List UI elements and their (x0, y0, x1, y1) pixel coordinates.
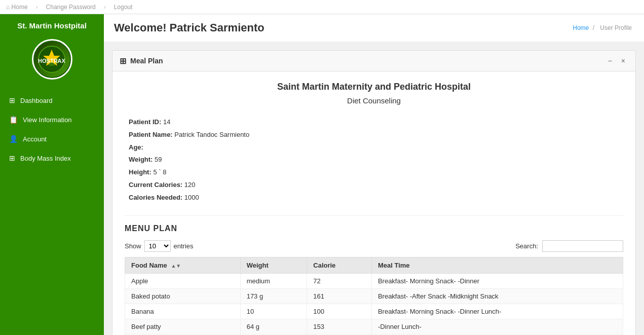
sidebar-item-label-bmi: Body Mass Index (20, 155, 71, 162)
sort-icon-food[interactable]: ▲▼ (171, 263, 181, 269)
page-title: Welcome! Patrick Sarmiento (114, 21, 264, 34)
cell-weight: 10 (240, 304, 307, 319)
search-control: Search: (515, 240, 623, 252)
menu-plan-title: MENU PLAN (125, 224, 623, 233)
show-label: Show (125, 242, 141, 250)
patient-name-row: Patient Name: Patrick Tandoc Sarmiento (129, 130, 619, 140)
search-input[interactable] (542, 240, 623, 252)
divider (125, 215, 623, 216)
patient-info: Patient ID: 14 Patient Name: Patrick Tan… (125, 117, 623, 203)
account-icon: 👤 (9, 135, 18, 143)
sidebar-item-account[interactable]: 👤 Account (0, 129, 104, 148)
sidebar-logo: HOSTRAX (32, 39, 72, 80)
patient-id-label: Patient ID: (129, 118, 161, 126)
col-weight: Weight (240, 257, 307, 273)
table-row: Banana10100Breakfast- Morning Snack- -Di… (125, 304, 623, 319)
cell-calorie: 72 (307, 273, 372, 288)
hospital-name: Saint Martin Maternity and Pediatric Hos… (125, 82, 623, 92)
col-calorie: Calorie (307, 257, 372, 273)
table-controls: Show 10 25 50 100 entries Search: (125, 240, 623, 252)
sidebar-item-label-account: Account (23, 135, 47, 143)
panel-minimize-button[interactable]: − (605, 56, 615, 66)
entries-label: entries (174, 242, 194, 250)
content-header: Welcome! Patrick Sarmiento Home / User P… (104, 14, 644, 42)
cell-weight: 64 g (240, 319, 307, 334)
meal-plan-panel: ⊞ Meal Plan − × Saint Martin Maternity a… (112, 50, 636, 335)
cell-calorie: 100 (307, 304, 372, 319)
patient-id-value: 14 (163, 118, 170, 126)
cell-food_name: Apple (125, 273, 241, 288)
information-icon: 📋 (9, 116, 18, 124)
nav-home[interactable]: ⌂ Home (6, 4, 28, 11)
sidebar: St. Martin Hostpital HOSTRAX ⊞ Dashboard… (0, 14, 104, 335)
sidebar-item-view-information[interactable]: 📋 View Information (0, 110, 104, 129)
patient-current-calories-row: Current Calories: 120 (129, 180, 619, 191)
sidebar-title: St. Martin Hostpital (0, 14, 104, 35)
grid-icon: ⊞ (120, 56, 126, 66)
sidebar-item-label-information: View Information (23, 116, 72, 124)
breadcrumb-separator: / (593, 24, 594, 31)
table-row: Applemedium72Breakfast- Morning Snack- -… (125, 273, 623, 288)
patient-calories-needed-row: Calories Needed: 1000 (129, 193, 619, 203)
cell-weight: medium (240, 273, 307, 288)
main-content: Welcome! Patrick Sarmiento Home / User P… (104, 14, 644, 335)
breadcrumb: Home / User Profile (573, 24, 634, 31)
panel-close-button[interactable]: × (618, 56, 628, 66)
patient-weight-value: 59 (155, 156, 162, 163)
panel-actions: − × (605, 56, 628, 66)
logo-image: HOSTRAX (34, 42, 70, 77)
cell-food_name: Banana (125, 304, 241, 319)
patient-calories-needed-label: Calories Needed: (129, 194, 182, 201)
patient-height-value: 5 ` 8 (153, 168, 166, 176)
panel-title: ⊞ Meal Plan (120, 56, 163, 66)
nav-logout[interactable]: Logout (114, 4, 133, 11)
show-entries-control: Show 10 25 50 100 entries (125, 240, 194, 252)
table-row: Baked potato173 g161Breakfast- -After Sn… (125, 288, 623, 304)
breadcrumb-current: User Profile (600, 24, 632, 31)
cell-meal_time: Breakfast- Morning Snack- -Dinner (371, 273, 623, 288)
cell-food_name: Beef patty (125, 319, 241, 334)
patient-age-label: Age: (129, 143, 143, 151)
patient-weight-row: Weight: 59 (129, 155, 619, 165)
cell-calorie: 161 (307, 288, 372, 304)
patient-name-value: Patrick Tandoc Sarmiento (174, 131, 249, 138)
sidebar-item-label-dashboard: Dashboard (20, 97, 53, 104)
sidebar-navigation: ⊞ Dashboard 📋 View Information 👤 Account… (0, 91, 104, 168)
patient-weight-label: Weight: (129, 156, 153, 163)
sidebar-item-body-mass-index[interactable]: ⊞ Body Mass Index (0, 148, 104, 168)
search-label: Search: (515, 242, 538, 250)
bmi-icon: ⊞ (9, 154, 15, 162)
nav-change-password[interactable]: Change Password (46, 4, 96, 11)
entries-select[interactable]: 10 25 50 100 (144, 240, 171, 252)
cell-food_name: Baked potato (125, 288, 241, 304)
table-row: Beef patty64 g153-Dinner Lunch- (125, 319, 623, 334)
cell-meal_time: -Dinner Lunch- (371, 319, 623, 334)
cell-calorie: 153 (307, 319, 372, 334)
patient-height-row: Height: 5 ` 8 (129, 167, 619, 178)
patient-height-label: Height: (129, 168, 151, 176)
dashboard-icon: ⊞ (9, 96, 15, 104)
patient-current-calories-value: 120 (184, 181, 196, 189)
diet-subtitle: Diet Counseling (125, 96, 623, 105)
cell-meal_time: Breakfast- Morning Snack- -Dinner Lunch- (371, 304, 623, 319)
sidebar-item-dashboard[interactable]: ⊞ Dashboard (0, 91, 104, 110)
cell-meal_time: Breakfast- -After Snack -Midknight Snack (371, 288, 623, 304)
table-header-row: Food Name ▲▼ Weight Calorie Meal Time (125, 257, 623, 273)
cell-weight: 173 g (240, 288, 307, 304)
patient-calories-needed-value: 1000 (184, 194, 199, 201)
patient-age-row: Age: (129, 142, 619, 153)
patient-name-label: Patient Name: (129, 131, 173, 138)
logo-svg: HOSTRAX (38, 46, 66, 73)
col-meal-time: Meal Time (371, 257, 623, 273)
panel-body: Saint Martin Maternity and Pediatric Hos… (112, 71, 635, 335)
table-header: Food Name ▲▼ Weight Calorie Meal Time (125, 257, 623, 273)
nav-separator-2: › (104, 4, 106, 11)
table-body: Applemedium72Breakfast- Morning Snack- -… (125, 273, 623, 335)
breadcrumb-home[interactable]: Home (573, 24, 589, 31)
col-food-name: Food Name ▲▼ (125, 257, 241, 273)
nav-separator-1: › (36, 4, 38, 11)
panel-title-text: Meal Plan (130, 57, 163, 65)
panel-header: ⊞ Meal Plan − × (112, 51, 635, 71)
top-nav: ⌂ Home › Change Password › Logout (0, 0, 644, 14)
svg-text:HOSTRAX: HOSTRAX (38, 58, 65, 64)
